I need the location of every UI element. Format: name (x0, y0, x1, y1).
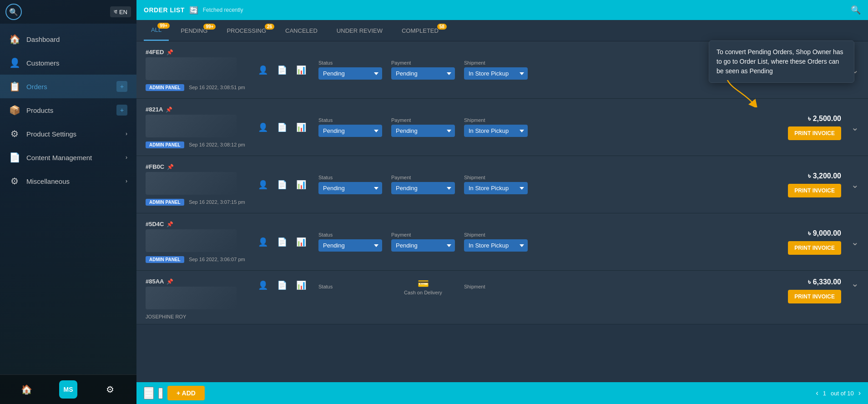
home-footer-icon[interactable]: 🏠 (17, 380, 35, 399)
shipment-select-1[interactable]: In Store Pickup Home Delivery (464, 67, 528, 80)
sidebar-footer: 🏠 MS ⚙ (0, 374, 136, 404)
product-settings-icon: ⚙ (9, 128, 20, 139)
shipment-select-2[interactable]: In Store PickupHome Delivery (464, 125, 528, 137)
chart-icon-1[interactable]: 📊 (294, 63, 308, 77)
status-label-1: Status (318, 60, 382, 66)
price-amount-3: ৳ 3,200.00 (787, 172, 841, 180)
customer-icon-5[interactable]: 👤 (256, 278, 270, 293)
tab-processing-badge: 26 (265, 24, 274, 30)
products-add-btn[interactable]: + (116, 105, 127, 116)
expand-btn-3[interactable]: ⌄ (851, 179, 859, 190)
order-info-3: #FB0C 📌 ADMIN PANEL Sep 16 2022, 3:07:15… (146, 163, 246, 206)
bottom-bar: ☰ ‹ + ADD ‹ 1 out of 10 › (136, 382, 868, 404)
customer-icon-3[interactable]: 👤 (256, 177, 270, 192)
status-select-4[interactable]: PendingProcessingCompletedCanceled (318, 239, 382, 252)
tab-pending[interactable]: PENDING 99+ (173, 21, 215, 40)
tab-canceled-label: CANCELED (285, 27, 318, 34)
print-invoice-3[interactable]: PRINT INVOICE (788, 184, 841, 197)
status-select-1[interactable]: Pending Processing Completed Canceled (318, 67, 382, 80)
customers-icon: 👤 (9, 57, 20, 68)
document-icon-1[interactable]: 📄 (275, 63, 289, 77)
status-select-2[interactable]: PendingProcessingCompletedCanceled (318, 125, 382, 137)
document-icon-2[interactable]: 📄 (275, 120, 289, 135)
status-label-5: Status (318, 284, 382, 289)
back-btn[interactable]: ‹ (158, 388, 163, 399)
order-pin-1: 📌 (167, 49, 173, 56)
sidebar-item-product-settings[interactable]: ⚙ Product Settings › (0, 122, 136, 146)
payment-select-4[interactable]: PendingPaidUnpaid (391, 239, 455, 252)
customer-icon-2[interactable]: 👤 (256, 120, 270, 135)
chart-icon-5[interactable]: 📊 (294, 278, 308, 293)
sidebar-item-miscellaneous[interactable]: ⚙ Miscellaneous › (0, 169, 136, 193)
language-switcher[interactable]: বা EN (110, 6, 131, 17)
tab-all[interactable]: ALL 99+ (144, 20, 169, 41)
shipment-label-3: Shipment (464, 175, 528, 180)
print-invoice-4[interactable]: PRINT INVOICE (788, 241, 841, 255)
bottom-bar-right: ‹ 1 out of 10 › (816, 389, 861, 397)
tab-processing[interactable]: PROCESSING 26 (219, 21, 273, 40)
expand-btn-2[interactable]: ⌄ (851, 122, 859, 133)
shipment-select-3[interactable]: In Store PickupHome Delivery (464, 182, 528, 194)
topbar-search-icon[interactable]: 🔍 (851, 5, 861, 15)
miscellaneous-arrow-icon: › (126, 178, 127, 184)
expand-btn-4[interactable]: ⌄ (851, 237, 859, 247)
tab-canceled[interactable]: CANCELED (278, 21, 325, 40)
order-info-1: #4FED 📌 ADMIN PANEL Sep 16 2022, 3:08:51… (146, 49, 246, 91)
tab-under-review[interactable]: UNDER REVIEW (329, 21, 390, 40)
sidebar-item-dashboard[interactable]: 🏠 Dashboard (0, 27, 136, 51)
ms-footer-icon[interactable]: MS (59, 380, 77, 399)
add-button[interactable]: + ADD (167, 386, 205, 400)
chart-icon-4[interactable]: 📊 (294, 235, 308, 249)
status-select-3[interactable]: PendingProcessingCompletedCanceled (318, 182, 382, 194)
fetched-recently-text: Fetched recently (203, 7, 243, 13)
order-pin-4: 📌 (167, 221, 173, 227)
document-icon-3[interactable]: 📄 (275, 177, 289, 192)
tab-completed[interactable]: COMPLETED 58 (394, 21, 446, 40)
document-icon-4[interactable]: 📄 (275, 235, 289, 249)
sidebar-label-customers: Customers (26, 59, 127, 67)
tooltip-text: To convert Pending Orders, Shop Owner ha… (717, 48, 843, 75)
print-invoice-5[interactable]: PRINT INVOICE (788, 290, 841, 303)
customer-icon-1[interactable]: 👤 (256, 63, 270, 77)
order-actions-3: 👤 📄 📊 (256, 177, 308, 192)
prev-page-btn[interactable]: ‹ (816, 389, 818, 397)
sidebar-search-button[interactable]: 🔍 (5, 4, 22, 20)
order-id-5: #85AA (146, 278, 164, 285)
order-date-1: Sep 16 2022, 3:08:51 pm (189, 85, 245, 90)
dashboard-icon: 🏠 (9, 34, 20, 45)
price-amount-2: ৳ 2,500.00 (787, 115, 841, 123)
order-actions-2: 👤 📄 📊 (256, 120, 308, 135)
page-number: 1 (823, 390, 826, 397)
customer-icon-4[interactable]: 👤 (256, 235, 270, 249)
next-page-btn[interactable]: › (858, 389, 861, 397)
payment-select-1[interactable]: Pending Paid Unpaid (391, 67, 455, 80)
sidebar-nav: 🏠 Dashboard 👤 Customers 📋 Orders + 📦 Pro… (0, 24, 136, 374)
orders-add-btn[interactable]: + (116, 81, 127, 92)
tab-completed-badge: 58 (437, 24, 447, 30)
main-content: ORDER LIST 🔄 Fetched recently 🔍 ALL 99+ … (136, 0, 868, 404)
content-management-icon: 📄 (9, 152, 20, 163)
shipment-select-4[interactable]: In Store PickupHome Delivery (464, 239, 528, 252)
sidebar-item-products[interactable]: 📦 Products + (0, 98, 136, 122)
table-row: #FB0C 📌 ADMIN PANEL Sep 16 2022, 3:07:15… (136, 156, 868, 213)
chart-icon-3[interactable]: 📊 (294, 177, 308, 192)
settings-footer-icon[interactable]: ⚙ (101, 380, 119, 399)
refresh-icon[interactable]: 🔄 (189, 6, 198, 15)
miscellaneous-icon: ⚙ (9, 176, 20, 187)
sidebar-item-orders[interactable]: 📋 Orders + (0, 75, 136, 98)
tabs-bar: ALL 99+ PENDING 99+ PROCESSING 26 CANCEL… (136, 20, 868, 41)
print-invoice-2[interactable]: PRINT INVOICE (788, 126, 841, 140)
product-settings-arrow-icon: › (126, 131, 127, 137)
order-id-2: #821A (146, 106, 163, 113)
order-thumbnail-4 (146, 229, 237, 252)
payment-select-3[interactable]: PendingPaidUnpaid (391, 182, 455, 194)
chart-icon-2[interactable]: 📊 (294, 120, 308, 135)
shipment-group-3: Shipment In Store PickupHome Delivery (464, 175, 528, 194)
document-icon-5[interactable]: 📄 (275, 278, 289, 293)
payment-select-2[interactable]: PendingPaidUnpaid (391, 125, 455, 137)
sidebar-item-content-management[interactable]: 📄 Content Management › (0, 146, 136, 169)
expand-btn-5[interactable]: ⌄ (851, 278, 859, 289)
shipment-group-4: Shipment In Store PickupHome Delivery (464, 232, 528, 252)
hamburger-btn[interactable]: ☰ (144, 387, 154, 399)
sidebar-item-customers[interactable]: 👤 Customers (0, 51, 136, 75)
